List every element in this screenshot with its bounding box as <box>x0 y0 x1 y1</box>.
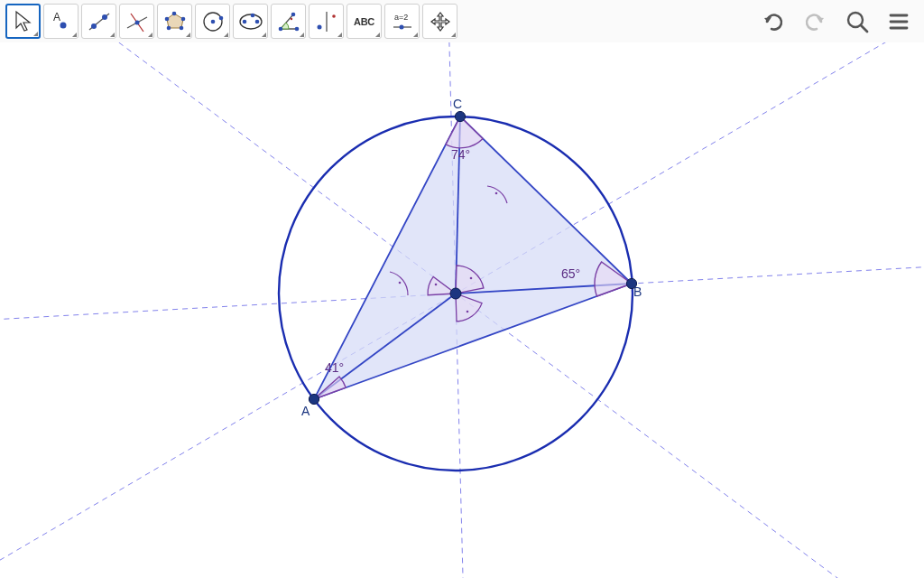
tool-reflect[interactable] <box>309 4 344 39</box>
label-c: C <box>453 97 462 111</box>
svg-point-10 <box>179 25 183 30</box>
tool-group: A <box>5 4 457 39</box>
tool-angle[interactable] <box>271 4 306 39</box>
svg-point-50 <box>435 284 438 286</box>
point-c[interactable] <box>455 111 465 121</box>
svg-point-18 <box>242 19 246 23</box>
angle-icon <box>275 8 302 35</box>
svg-point-4 <box>102 14 107 20</box>
text-icon: ABC <box>354 16 374 27</box>
svg-point-13 <box>164 16 169 21</box>
angle-b: 65° <box>561 266 580 281</box>
svg-marker-8 <box>167 14 183 28</box>
label-b: B <box>633 284 642 299</box>
point-center[interactable] <box>450 288 461 299</box>
svg-text:A: A <box>53 11 60 23</box>
tool-polygon[interactable] <box>157 4 192 39</box>
tool-slider[interactable]: a=2 <box>384 4 420 39</box>
svg-point-30 <box>399 24 403 29</box>
circle-icon <box>199 8 226 35</box>
svg-point-48 <box>470 277 473 280</box>
svg-point-9 <box>166 25 171 30</box>
tool-line[interactable] <box>81 4 116 39</box>
svg-point-51 <box>495 192 498 195</box>
move-view-icon <box>429 10 452 33</box>
svg-point-21 <box>278 26 282 31</box>
redo-icon[interactable] <box>803 10 827 33</box>
svg-point-7 <box>134 20 139 24</box>
svg-point-22 <box>294 26 299 31</box>
tool-point[interactable]: A <box>43 4 79 39</box>
slider-icon: a=2 <box>389 10 416 33</box>
svg-point-24 <box>290 17 291 19</box>
reflect-icon <box>313 8 340 35</box>
svg-point-49 <box>467 311 469 313</box>
svg-point-12 <box>171 11 176 15</box>
tool-move[interactable] <box>5 4 41 39</box>
svg-point-52 <box>399 282 402 284</box>
svg-point-19 <box>254 19 259 23</box>
undo-icon[interactable] <box>762 10 785 33</box>
ellipse-icon <box>236 8 265 35</box>
toolbar-right <box>762 9 919 34</box>
svg-point-26 <box>317 24 321 29</box>
tool-circle[interactable] <box>195 4 230 39</box>
angle-c: 74° <box>451 147 470 162</box>
triangle-abc[interactable] <box>314 117 632 399</box>
tool-move-view[interactable] <box>422 4 457 39</box>
search-icon[interactable] <box>845 9 870 34</box>
point-a[interactable] <box>309 394 319 404</box>
svg-line-32 <box>861 25 867 32</box>
menu-icon[interactable] <box>888 11 910 33</box>
svg-point-20 <box>250 13 254 17</box>
svg-point-1 <box>60 22 66 28</box>
svg-point-11 <box>180 16 185 21</box>
svg-point-15 <box>210 19 215 23</box>
tool-text[interactable]: ABC <box>346 4 382 39</box>
label-a: A <box>301 404 310 418</box>
line-icon <box>86 8 113 35</box>
svg-point-16 <box>218 15 223 20</box>
toolbar: A <box>0 0 924 43</box>
svg-point-23 <box>291 12 295 16</box>
svg-point-3 <box>91 23 97 29</box>
perpendicular-icon <box>124 8 151 35</box>
tool-perpendicular[interactable] <box>119 4 154 39</box>
tool-ellipse[interactable] <box>233 4 268 39</box>
point-icon: A <box>50 10 73 33</box>
polygon-icon <box>162 8 189 35</box>
angle-a: 41° <box>325 360 344 375</box>
geometry-canvas[interactable]: A B C 41° 65° 74° <box>0 42 924 578</box>
svg-point-27 <box>332 14 336 18</box>
svg-text:a=2: a=2 <box>394 13 408 22</box>
cursor-icon <box>14 10 33 33</box>
